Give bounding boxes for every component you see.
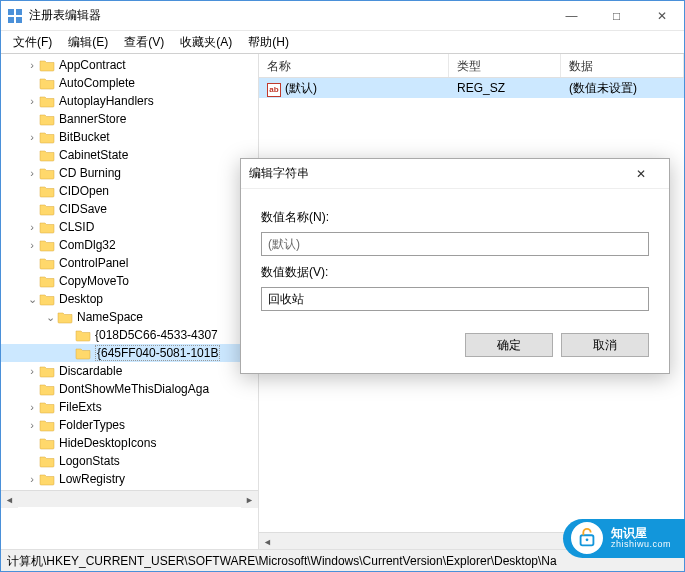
tree-node[interactable]: ›ComDlg32 [1, 236, 258, 254]
chevron-right-icon[interactable]: › [25, 419, 39, 431]
folder-icon [39, 256, 55, 270]
cancel-button[interactable]: 取消 [561, 333, 649, 357]
menu-favorites[interactable]: 收藏夹(A) [172, 32, 240, 53]
tree-node[interactable]: ›BitBucket [1, 128, 258, 146]
tree-scrollbar-horizontal[interactable]: ◄ ► [1, 490, 258, 507]
dialog-title: 编辑字符串 [249, 165, 621, 182]
folder-icon [39, 202, 55, 216]
scroll-left-button[interactable]: ◄ [259, 533, 276, 550]
window-title: 注册表编辑器 [29, 7, 549, 24]
folder-icon [39, 112, 55, 126]
folder-icon [39, 364, 55, 378]
tree-label: ComDlg32 [59, 238, 116, 252]
header-data[interactable]: 数据 [561, 54, 684, 77]
menubar: 文件(F) 编辑(E) 查看(V) 收藏夹(A) 帮助(H) [1, 31, 684, 53]
tree-node[interactable]: ›AppContract [1, 56, 258, 74]
chevron-right-icon[interactable]: › [25, 221, 39, 233]
scroll-right-button[interactable]: ► [241, 491, 258, 508]
dialog-close-button[interactable]: ✕ [621, 160, 661, 188]
folder-icon [39, 436, 55, 450]
tree-node[interactable]: HideDesktopIcons [1, 434, 258, 452]
value-name-input[interactable] [261, 232, 649, 256]
chevron-right-icon[interactable]: › [25, 59, 39, 71]
chevron-right-icon[interactable]: › [25, 131, 39, 143]
tree-node[interactable]: ›CD Burning [1, 164, 258, 182]
tree-label: LowRegistry [59, 472, 125, 486]
tree-label: AutoComplete [59, 76, 135, 90]
registry-tree: ›AppContractAutoComplete›AutoplayHandler… [1, 54, 258, 490]
tree-node[interactable]: CIDOpen [1, 182, 258, 200]
tree-node[interactable]: {645FF040-5081-101B [1, 344, 258, 362]
menu-help[interactable]: 帮助(H) [240, 32, 297, 53]
svg-rect-2 [8, 17, 14, 23]
list-row[interactable]: ab(默认)REG_SZ(数值未设置) [259, 78, 684, 98]
chevron-down-icon[interactable]: ⌄ [25, 293, 39, 306]
tree-node[interactable]: {018D5C66-4533-4307 [1, 326, 258, 344]
tree-label: {018D5C66-4533-4307 [95, 328, 218, 342]
menu-file[interactable]: 文件(F) [5, 32, 60, 53]
value-data-input[interactable] [261, 287, 649, 311]
tree-label: HideDesktopIcons [59, 436, 156, 450]
app-icon [7, 8, 23, 24]
tree-node[interactable]: AutoComplete [1, 74, 258, 92]
list-header: 名称 类型 数据 [259, 54, 684, 78]
folder-icon [39, 148, 55, 162]
folder-icon [39, 400, 55, 414]
tree-panel[interactable]: ›AppContractAutoComplete›AutoplayHandler… [1, 54, 259, 549]
svg-rect-0 [8, 9, 14, 15]
tree-node[interactable]: ›FileExts [1, 398, 258, 416]
tree-node[interactable]: BannerStore [1, 110, 258, 128]
header-name[interactable]: 名称 [259, 54, 449, 77]
tree-node[interactable]: ControlPanel [1, 254, 258, 272]
svg-point-5 [586, 539, 589, 542]
scroll-left-button[interactable]: ◄ [1, 491, 18, 508]
titlebar[interactable]: 注册表编辑器 — □ ✕ [1, 1, 684, 31]
minimize-button[interactable]: — [549, 1, 594, 31]
window-controls: — □ ✕ [549, 1, 684, 31]
chevron-right-icon[interactable]: › [25, 95, 39, 107]
close-button[interactable]: ✕ [639, 1, 684, 31]
menu-view[interactable]: 查看(V) [116, 32, 172, 53]
tree-node[interactable]: ⌄NameSpace [1, 308, 258, 326]
ok-button[interactable]: 确定 [465, 333, 553, 357]
edit-string-dialog: 编辑字符串 ✕ 数值名称(N): 数值数据(V): 确定 取消 [240, 158, 670, 374]
chevron-right-icon[interactable]: › [25, 473, 39, 485]
folder-icon [39, 220, 55, 234]
tree-node[interactable]: CabinetState [1, 146, 258, 164]
tree-node[interactable]: ⌄Desktop [1, 290, 258, 308]
header-type[interactable]: 类型 [449, 54, 561, 77]
chevron-right-icon[interactable]: › [25, 401, 39, 413]
tree-node[interactable]: CopyMoveTo [1, 272, 258, 290]
maximize-button[interactable]: □ [594, 1, 639, 31]
tree-node[interactable]: ›CLSID [1, 218, 258, 236]
chevron-down-icon[interactable]: ⌄ [43, 311, 57, 324]
tree-label: FolderTypes [59, 418, 125, 432]
tree-node[interactable]: ›LowRegistry [1, 470, 258, 488]
chevron-right-icon[interactable]: › [25, 365, 39, 377]
cell-name: ab(默认) [259, 78, 449, 99]
cell-type: REG_SZ [449, 79, 561, 97]
svg-rect-3 [16, 17, 22, 23]
tree-node[interactable]: ›Discardable [1, 362, 258, 380]
cell-data: (数值未设置) [561, 78, 684, 99]
tree-node[interactable]: ›AutoplayHandlers [1, 92, 258, 110]
tree-node[interactable]: LogonStats [1, 452, 258, 470]
folder-icon [39, 382, 55, 396]
folder-icon [39, 238, 55, 252]
tree-node[interactable]: DontShowMeThisDialogAga [1, 380, 258, 398]
tree-node[interactable]: ›FolderTypes [1, 416, 258, 434]
menu-edit[interactable]: 编辑(E) [60, 32, 116, 53]
svg-rect-1 [16, 9, 22, 15]
scroll-track[interactable] [18, 491, 241, 507]
tree-label: CIDSave [59, 202, 107, 216]
folder-icon [39, 184, 55, 198]
chevron-right-icon[interactable]: › [25, 167, 39, 179]
dialog-titlebar[interactable]: 编辑字符串 ✕ [241, 159, 669, 189]
dialog-body: 数值名称(N): 数值数据(V): [241, 189, 669, 323]
chevron-right-icon[interactable]: › [25, 239, 39, 251]
tree-label: CopyMoveTo [59, 274, 129, 288]
tree-label: Discardable [59, 364, 122, 378]
folder-icon [39, 94, 55, 108]
tree-node[interactable]: CIDSave [1, 200, 258, 218]
folder-icon [39, 76, 55, 90]
